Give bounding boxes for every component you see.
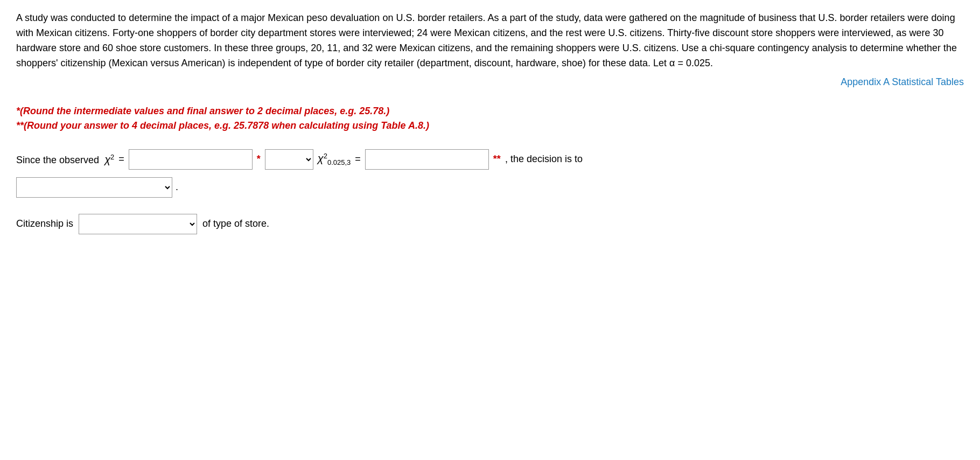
observed-chi-square-input[interactable] (129, 149, 253, 170)
chi-critical-label: χ20.025,3 (318, 152, 351, 166)
citizenship-dropdown[interactable]: independent not independent dependent (79, 214, 197, 234)
equals-2: = (355, 154, 361, 165)
store-suffix-label: of type of store. (202, 218, 269, 229)
appendix-row: Appendix A Statistical Tables (16, 76, 964, 88)
equals-1: = (118, 154, 124, 165)
comparison-dropdown[interactable]: < > = ≤ ≥ (265, 149, 313, 170)
citizenship-row: Citizenship is independent not independe… (16, 214, 964, 234)
since-observed-label: Since the observed χ2 (16, 153, 114, 166)
citizenship-label: Citizenship is (16, 218, 73, 229)
critical-chi-square-input[interactable] (365, 149, 489, 170)
chi-subscript-label: 0.025,3 (327, 158, 351, 166)
asterisk-double: ** (493, 154, 501, 165)
period-1: . (176, 182, 178, 193)
chi-square-row: Since the observed χ2 = * < > = ≤ ≥ χ20.… (16, 149, 964, 170)
decision-suffix-label: , the decision is to (505, 154, 583, 165)
decision-dropdown[interactable]: reject H₀ fail to reject H₀ (16, 177, 172, 198)
decision-row: reject H₀ fail to reject H₀ . (16, 177, 964, 198)
instruction-block: *(Round the intermediate values and fina… (16, 104, 964, 133)
chi-superscript: 2 (110, 153, 114, 161)
since-label-text: Since the observed (16, 155, 99, 165)
answer-section: Since the observed χ2 = * < > = ≤ ≥ χ20.… (16, 149, 964, 234)
problem-statement: A study was conducted to determine the i… (16, 12, 957, 68)
appendix-link[interactable]: Appendix A Statistical Tables (841, 76, 964, 87)
instruction-line-2: **(Round your answer to 4 decimal places… (16, 119, 964, 133)
asterisk-single: * (257, 154, 261, 165)
instruction-line-1: *(Round the intermediate values and fina… (16, 104, 964, 119)
problem-text: A study was conducted to determine the i… (16, 11, 964, 71)
chi-symbol: χ (104, 154, 110, 165)
